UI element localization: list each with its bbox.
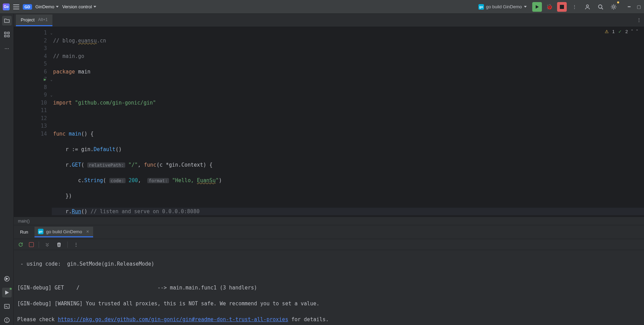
run-tab[interactable]: Run (14, 225, 34, 239)
terminal-tool-button[interactable] (2, 302, 12, 311)
project-badge: GD (23, 4, 32, 10)
maximize-button[interactable]: ▢ (636, 4, 641, 9)
code-area[interactable]: // blog.euansu.cn // main.go package mai… (52, 27, 644, 217)
svg-rect-8 (8, 35, 9, 37)
chevron-down-icon (524, 6, 527, 8)
vcs-dropdown[interactable]: Version control (62, 4, 96, 9)
chevron-down-icon (56, 6, 59, 8)
problems-tool-button[interactable] (2, 315, 12, 325)
go-icon: go (38, 229, 43, 234)
svg-rect-5 (4, 32, 6, 34)
run-config-tab-label: go build GinDemo (46, 229, 82, 234)
svg-point-4 (613, 6, 615, 8)
go-icon: go (478, 4, 484, 10)
line-number: 9 (44, 92, 47, 98)
more-actions-button[interactable]: ⋮ (569, 2, 579, 12)
scroll-to-end-button[interactable] (44, 241, 51, 248)
prev-highlight-button[interactable]: ˆ (631, 29, 633, 34)
stop-button[interactable] (557, 2, 567, 12)
vcs-label: Version control (62, 4, 92, 9)
editor-gutter: 1⌄ 2 3 4 5 6 7▶⌄ 8 9⌄ 10 11 12 13 14 (14, 27, 52, 217)
run-config-label: go build GinDemo (486, 4, 522, 9)
run-gutter-icon[interactable]: ▶ (44, 77, 46, 82)
project-tool-button[interactable] (2, 16, 12, 26)
line-number: 10 (41, 100, 47, 106)
run-toolbar: ⋮ (14, 239, 644, 250)
toolbar-more-button[interactable]: ⋮ (72, 241, 79, 248)
line-number: 1 (44, 30, 47, 36)
console-output[interactable]: - using code: gin.SetMode(gin.ReleaseMod… (14, 250, 644, 325)
fold-icon[interactable]: ⌄ (50, 31, 52, 35)
tab-project[interactable]: Project Alt+1 (16, 14, 52, 26)
more-tools-button[interactable]: ⋯ (2, 43, 12, 53)
editor-tab-bar: Project Alt+1 ⋮ (14, 14, 644, 27)
console-line: - using code: gin.SetMode(gin.ReleaseMod… (17, 260, 641, 268)
clear-all-button[interactable] (56, 241, 62, 248)
debug-button[interactable]: 🐞 (545, 2, 554, 12)
fold-icon[interactable]: ⌄ (50, 93, 52, 97)
fold-icon[interactable]: ⌄ (50, 78, 52, 81)
next-highlight-button[interactable]: ˇ (636, 29, 638, 34)
svg-rect-7 (4, 35, 6, 37)
console-link[interactable]: https://pkg.go.dev/github.com/gin-gonic/… (58, 316, 288, 323)
rerun-button[interactable] (17, 241, 24, 248)
console-line: Please check https://pkg.go.dev/github.c… (17, 316, 641, 324)
left-tool-rail: ⋯ (0, 14, 14, 325)
run-button[interactable] (532, 2, 542, 12)
run-configuration-selector[interactable]: go go build GinDemo (476, 3, 529, 11)
run-tool-window: Run go go build GinDemo × (14, 225, 644, 325)
structure-tool-button[interactable] (2, 30, 12, 39)
tab-options-button[interactable]: ⋮ (637, 17, 641, 22)
svg-point-1 (586, 5, 588, 7)
search-everywhere-button[interactable] (596, 2, 605, 12)
warning-icon: ⚠ (605, 29, 609, 34)
minimize-button[interactable]: ━ (627, 4, 632, 9)
main-menu-button[interactable] (13, 4, 19, 9)
run-tab-label: Run (20, 229, 28, 235)
passed-count: 2 (625, 29, 628, 34)
stop-process-button[interactable] (29, 242, 34, 247)
svg-rect-0 (560, 5, 564, 9)
tab-label: Project (21, 17, 34, 22)
settings-notification-dot (617, 1, 619, 3)
project-dropdown[interactable]: GinDemo (36, 4, 59, 9)
line-number: 3 (44, 45, 47, 51)
console-line: [GIN-debug] [WARNING] You trusted all pr… (17, 300, 641, 308)
line-number: 13 (41, 123, 47, 129)
line-number: 8 (44, 84, 47, 90)
svg-line-3 (602, 8, 603, 9)
settings-button[interactable] (609, 2, 618, 12)
svg-point-2 (598, 5, 602, 8)
run-active-dot (10, 288, 12, 290)
tab-shortcut: Alt+1 (38, 17, 48, 22)
breadcrumb[interactable]: main() (14, 217, 644, 225)
code-with-me-button[interactable] (583, 2, 592, 12)
line-number: 14 (41, 131, 47, 137)
line-number: 5 (44, 61, 47, 67)
console-line: [GIN-debug] GET / --> main.main.func1 (3… (17, 284, 641, 292)
services-tool-button[interactable] (2, 274, 12, 284)
project-name: GinDemo (36, 4, 55, 9)
check-icon: ✓ (618, 29, 622, 34)
run-tool-button[interactable] (2, 288, 12, 297)
chevron-down-icon (93, 6, 96, 8)
titlebar: Go GD GinDemo Version control go go buil… (0, 0, 644, 14)
editor[interactable]: ⚠1 ✓2 ˆ ˇ 1⌄ 2 3 4 5 6 7▶⌄ 8 9⌄ 10 11 12… (14, 27, 644, 217)
close-tab-button[interactable]: × (86, 229, 89, 234)
warning-count: 1 (612, 29, 615, 34)
line-number: 11 (41, 107, 47, 114)
line-number: 4 (44, 53, 47, 59)
line-number: 6 (44, 69, 47, 75)
line-number: 12 (41, 115, 47, 121)
svg-rect-6 (8, 32, 9, 34)
run-config-tab[interactable]: go go build GinDemo × (34, 227, 93, 237)
svg-point-13 (7, 322, 7, 322)
line-number: 2 (44, 38, 47, 44)
breadcrumb-item: main() (18, 219, 30, 224)
ide-logo-icon: Go (3, 3, 10, 10)
inspections-widget[interactable]: ⚠1 ✓2 ˆ ˇ (605, 29, 638, 34)
